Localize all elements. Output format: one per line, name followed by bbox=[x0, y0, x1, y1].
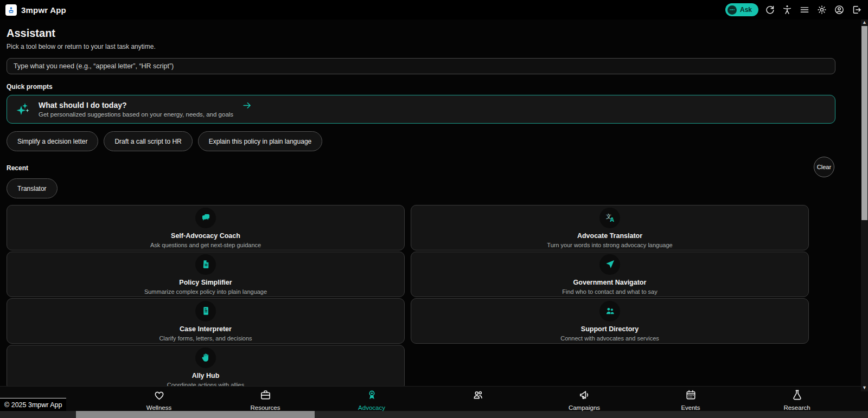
nav-item-campaigns[interactable]: Campaigns bbox=[531, 387, 637, 411]
community-people-icon bbox=[472, 389, 484, 403]
vertical-scrollbar-thumb[interactable] bbox=[861, 26, 867, 220]
quick-prompts-label: Quick prompts bbox=[7, 83, 835, 91]
nav-item-events[interactable]: Events bbox=[637, 387, 744, 411]
tool-card[interactable]: Case Interpreter Clarify forms, letters,… bbox=[7, 298, 405, 344]
settings-icon[interactable] bbox=[816, 4, 828, 16]
tool-card[interactable]: Policy Simplifier Summarize complex poli… bbox=[7, 252, 405, 297]
navigation-icon bbox=[599, 254, 620, 275]
megaphone-icon bbox=[578, 389, 591, 403]
tool-title: Government Navigator bbox=[573, 279, 647, 286]
scroll-up-icon[interactable]: ▲ bbox=[861, 20, 868, 25]
tool-title: Ally Hub bbox=[192, 372, 220, 380]
recent-label: Recent bbox=[7, 164, 835, 172]
bottom-nav: Wellness Resources Advocacy Campaigns Ev… bbox=[0, 386, 868, 411]
app-title: 3mpwr App bbox=[21, 5, 66, 15]
calendar-icon bbox=[685, 389, 697, 403]
people-filled-icon bbox=[599, 301, 620, 321]
translate-icon: 文A bbox=[599, 208, 620, 228]
nav-label: Wellness bbox=[146, 404, 171, 411]
sparkles-icon bbox=[15, 101, 31, 118]
vertical-scrollbar[interactable]: ▲ ▼ bbox=[861, 20, 868, 391]
notes-icon bbox=[195, 301, 216, 321]
tool-description: Summarize complex policy into plain lang… bbox=[144, 288, 267, 295]
main-content: Assistant Pick a tool below or return to… bbox=[0, 20, 868, 390]
nav-label: Campaigns bbox=[569, 404, 600, 411]
heart-icon bbox=[153, 389, 165, 403]
tool-card[interactable]: Support Directory Connect with advocates… bbox=[411, 298, 809, 344]
featured-subtitle: Get personalized suggestions based on yo… bbox=[39, 111, 233, 118]
arrow-right-icon bbox=[242, 100, 252, 111]
ask-button[interactable]: Ask bbox=[725, 3, 758, 16]
svg-text:A: A bbox=[610, 217, 614, 223]
nav-label: Events bbox=[681, 404, 700, 411]
tool-description: Clarify forms, letters, and decisions bbox=[159, 335, 252, 342]
tool-card[interactable]: Ally Hub Coordinate actions with allies bbox=[7, 345, 405, 390]
tool-description: Connect with advocates and services bbox=[560, 335, 659, 342]
tool-card[interactable]: Self-Advocacy Coach Ask questions and ge… bbox=[7, 205, 405, 250]
menu-icon[interactable] bbox=[799, 4, 810, 16]
award-icon bbox=[366, 389, 378, 403]
chat-bubbles-icon bbox=[195, 208, 216, 228]
quick-prompt-pills: Simplify a decision letterDraft a call s… bbox=[7, 131, 835, 151]
brand: 3mpwr App bbox=[5, 4, 66, 16]
page-title: Assistant bbox=[7, 27, 835, 40]
scroll-down-icon[interactable]: ▼ bbox=[861, 385, 868, 390]
tools-grid: Self-Advocacy Coach Ask questions and ge… bbox=[7, 205, 835, 390]
accessibility-icon[interactable] bbox=[781, 4, 793, 16]
nav-item-resources[interactable]: Resources bbox=[212, 387, 318, 411]
app-logo-icon bbox=[5, 4, 17, 16]
nav-item-advocacy[interactable]: Advocacy bbox=[318, 387, 425, 411]
horizontal-scrollbar[interactable] bbox=[0, 411, 868, 418]
nav-label: Advocacy bbox=[358, 404, 385, 411]
tool-title: Support Directory bbox=[581, 325, 639, 333]
account-icon[interactable] bbox=[833, 4, 845, 16]
tool-description: Turn your words into strong advocacy lan… bbox=[547, 242, 672, 248]
header-actions: Ask bbox=[725, 3, 863, 16]
featured-prompt-card[interactable]: What should I do today? Get personalized… bbox=[7, 95, 835, 124]
nav-item-wellness[interactable]: Wellness bbox=[106, 387, 212, 411]
quick-prompt-pill[interactable]: Simplify a decision letter bbox=[7, 131, 98, 151]
flask-icon bbox=[791, 389, 803, 403]
nav-item-community[interactable] bbox=[425, 387, 531, 411]
tool-title: Policy Simplifier bbox=[179, 279, 232, 286]
tool-description: Find who to contact and what to say bbox=[562, 288, 658, 295]
quick-prompt-pill[interactable]: Explain this policy in plain language bbox=[198, 131, 322, 151]
hand-icon bbox=[195, 348, 216, 368]
tool-description: Ask questions and get next-step guidance bbox=[150, 242, 261, 248]
document-icon bbox=[195, 254, 216, 275]
tool-title: Case Interpreter bbox=[180, 325, 232, 333]
nav-label: Resources bbox=[251, 404, 280, 411]
app-header: 3mpwr App Ask bbox=[0, 0, 868, 20]
horizontal-scrollbar-thumb[interactable] bbox=[76, 411, 315, 418]
nav-label: Research bbox=[783, 404, 810, 411]
tool-title: Self-Advocacy Coach bbox=[171, 232, 240, 240]
assistant-search-input[interactable] bbox=[7, 58, 835, 74]
quick-prompt-pill[interactable]: Draft a call script to HR bbox=[104, 131, 192, 151]
chat-bubble-icon bbox=[727, 5, 737, 15]
copyright: © 2025 3mpwr App bbox=[0, 398, 66, 411]
recent-items: Translator bbox=[7, 178, 835, 198]
recent-item-pill[interactable]: Translator bbox=[7, 178, 58, 198]
clear-recent-button[interactable]: Clear bbox=[814, 157, 834, 177]
featured-title: What should I do today? bbox=[39, 101, 233, 110]
refresh-icon[interactable] bbox=[764, 4, 776, 16]
tool-card[interactable]: Government Navigator Find who to contact… bbox=[411, 252, 809, 297]
tool-card[interactable]: 文A Advocate Translator Turn your words i… bbox=[411, 205, 809, 250]
briefcase-icon bbox=[259, 389, 272, 403]
page-subtitle: Pick a tool below or return to your last… bbox=[7, 43, 835, 50]
tool-title: Advocate Translator bbox=[577, 232, 642, 240]
nav-item-research[interactable]: Research bbox=[744, 387, 850, 411]
logout-icon[interactable] bbox=[851, 4, 863, 16]
